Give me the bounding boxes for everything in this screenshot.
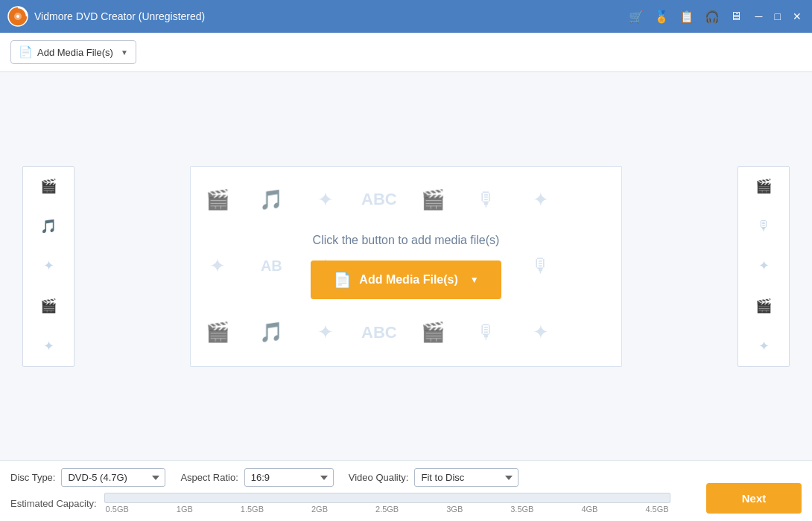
aspect-ratio-group: Aspect Ratio: 16:9 4:3 <box>180 468 333 487</box>
left-panel-icon-4: 🎬 <box>23 286 74 326</box>
left-side-panel: 🎬 🎵 ✦ 🎬 ✦ <box>22 166 74 367</box>
tick-3gb: 3GB <box>446 505 463 514</box>
bg-icon: ✦ <box>514 167 568 233</box>
clipboard-icon[interactable]: 📋 <box>679 10 694 24</box>
drop-prompt-text: Click the button to add media file(s) <box>313 234 500 247</box>
bg-icon: ✦ <box>299 167 352 233</box>
bg-icon <box>568 167 621 233</box>
capacity-bar <box>104 493 670 503</box>
add-media-toolbar-dropdown-arrow: ▼ <box>121 48 128 57</box>
aspect-ratio-select[interactable]: 16:9 4:3 <box>244 468 334 487</box>
tick-4gb: 4GB <box>581 505 597 514</box>
cart-icon[interactable]: 🛒 <box>629 10 644 24</box>
bg-icon: 🎬 <box>191 299 244 365</box>
add-media-main-label: Add Media File(s) <box>359 273 457 287</box>
estimated-capacity-label: Estimated Capacity: <box>10 498 97 509</box>
bg-icon: 🎬 <box>191 167 244 233</box>
video-quality-select[interactable]: Fit to Disc High Medium Low <box>414 468 518 487</box>
bg-icon: 🎬 <box>406 299 460 365</box>
window-controls: ─ □ ✕ <box>752 9 805 24</box>
close-button[interactable]: ✕ <box>790 9 805 24</box>
bg-icon: 🎬 <box>406 167 460 233</box>
disc-type-group: Disc Type: DVD-5 (4.7G) DVD-9 (8.5G) Blu… <box>10 468 165 487</box>
center-overlay: Click the button to add media file(s) 📄 … <box>311 234 501 299</box>
disc-type-label: Disc Type: <box>10 472 55 483</box>
left-panel-icon-2: 🎵 <box>23 206 74 246</box>
disc-type-select[interactable]: DVD-5 (4.7G) DVD-9 (8.5G) Blu-ray 25G Bl… <box>61 468 165 487</box>
tick-0.5gb: 0.5GB <box>106 505 129 514</box>
capacity-ticks: 0.5GB 1GB 1.5GB 2GB 2.5GB 3GB 3.5GB 4GB … <box>104 505 670 514</box>
right-panel-icon-2: 🎙 <box>738 206 789 246</box>
app-logo <box>7 6 28 27</box>
tick-2.5gb: 2.5GB <box>375 505 399 514</box>
right-panel-icon-4: 🎬 <box>738 286 789 326</box>
tick-2gb: 2GB <box>311 505 328 514</box>
monitor-icon[interactable]: 🖥 <box>730 10 742 23</box>
add-media-toolbar-icon: 📄 <box>19 45 33 59</box>
bg-icon: ✦ <box>514 299 568 365</box>
tick-1.5gb: 1.5GB <box>241 505 264 514</box>
left-panel-icon-1: 🎬 <box>23 167 74 207</box>
next-button[interactable]: Next <box>706 483 802 514</box>
bg-icon: AB <box>244 233 298 299</box>
bg-icon: 🎙 <box>514 233 568 299</box>
minimize-button[interactable]: ─ <box>752 9 766 24</box>
capacity-bar-wrap: 0.5GB 1GB 1.5GB 2GB 2.5GB 3GB 3.5GB 4GB … <box>104 493 670 514</box>
bg-icon: ABC <box>352 299 406 365</box>
right-panel-icon-3: ✦ <box>738 246 789 287</box>
capacity-row: Estimated Capacity: 0.5GB 1GB 1.5GB 2GB … <box>10 493 802 514</box>
add-media-main-button[interactable]: 📄 Add Media File(s) ▼ <box>311 260 501 299</box>
add-media-main-icon: 📄 <box>333 271 352 289</box>
headset-icon[interactable]: 🎧 <box>705 10 720 24</box>
svg-point-2 <box>16 15 19 18</box>
titlebar: Vidmore DVD Creator (Unregistered) 🛒 🏅 📋… <box>0 0 812 33</box>
tick-1gb: 1GB <box>177 505 193 514</box>
tick-3.5gb: 3.5GB <box>510 505 533 514</box>
add-media-toolbar-label: Add Media File(s) <box>37 47 113 58</box>
toolbar: 📄 Add Media File(s) ▼ <box>0 33 812 72</box>
right-panel-icon-5: ✦ <box>738 326 789 366</box>
bg-icon: ✦ <box>299 299 352 365</box>
video-quality-group: Video Quality: Fit to Disc High Medium L… <box>349 468 519 487</box>
award-icon[interactable]: 🏅 <box>654 10 669 24</box>
add-media-main-dropdown-arrow: ▼ <box>470 275 479 285</box>
add-media-toolbar-button[interactable]: 📄 Add Media File(s) ▼ <box>10 40 136 64</box>
right-side-panel: 🎬 🎙 ✦ 🎬 ✦ <box>738 166 790 367</box>
bg-icon: 🎵 <box>244 299 298 365</box>
bg-icon: ABC <box>352 167 406 233</box>
maximize-button[interactable]: □ <box>772 9 784 24</box>
left-panel-icon-5: ✦ <box>23 326 74 366</box>
right-panel-icon-1: 🎬 <box>738 167 789 207</box>
bg-icon: 🎵 <box>244 167 298 233</box>
bg-icon: 🎙 <box>460 299 513 365</box>
tick-4.5gb: 4.5GB <box>645 505 668 514</box>
bg-icon: ✦ <box>191 233 244 299</box>
main-area: 🎬 🎵 ✦ 🎬 ✦ 🎬 🎙 ✦ 🎬 ✦ 🎬 🎵 ✦ ABC 🎬 🎙 ✦ ✦ <box>0 72 812 460</box>
left-panel-icon-3: ✦ <box>23 246 74 287</box>
video-quality-label: Video Quality: <box>349 472 409 483</box>
bg-icon <box>568 233 621 299</box>
app-title: Vidmore DVD Creator (Unregistered) <box>34 10 629 22</box>
settings-row: Disc Type: DVD-5 (4.7G) DVD-9 (8.5G) Blu… <box>10 468 802 487</box>
bottombar: Disc Type: DVD-5 (4.7G) DVD-9 (8.5G) Blu… <box>0 460 812 521</box>
titlebar-icons: 🛒 🏅 📋 🎧 🖥 <box>629 10 742 24</box>
bg-icon <box>568 299 621 365</box>
aspect-ratio-label: Aspect Ratio: <box>180 472 238 483</box>
bg-icon: 🎙 <box>460 167 513 233</box>
